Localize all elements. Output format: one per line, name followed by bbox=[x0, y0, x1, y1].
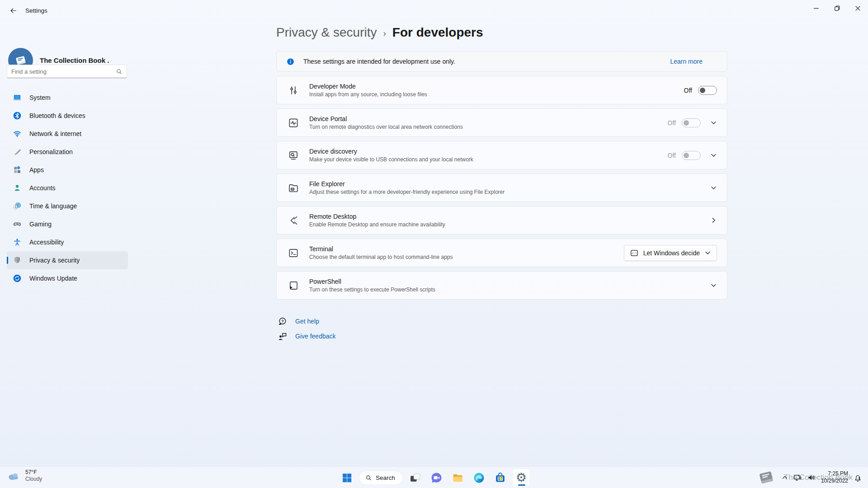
card-powershell[interactable]: PowerShellTurn on these settings to exec… bbox=[276, 271, 727, 300]
card-text: File ExplorerAdjust these settings for a… bbox=[309, 180, 710, 195]
restore-button[interactable] bbox=[826, 0, 847, 16]
sidebar-item-label: Bluetooth & devices bbox=[29, 112, 85, 119]
toggle-switch bbox=[682, 151, 701, 160]
card-device-discovery[interactable]: Device discoveryMake your device visible… bbox=[276, 141, 727, 169]
footer-link-give-feedback: Give feedback bbox=[277, 329, 336, 343]
card-text: PowerShellTurn on these settings to exec… bbox=[309, 278, 710, 293]
search-input[interactable] bbox=[11, 68, 116, 75]
page-title: For developers bbox=[392, 25, 483, 40]
edge-icon bbox=[473, 472, 485, 484]
sidebar-item-network-internet[interactable]: Network & internet bbox=[7, 125, 128, 143]
window-controls bbox=[806, 0, 868, 16]
chevron-right-icon[interactable] bbox=[710, 217, 717, 224]
back-button[interactable] bbox=[5, 4, 21, 17]
feedback-icon bbox=[277, 331, 288, 342]
laptop-icon bbox=[13, 93, 22, 102]
card-device-portal[interactable]: Device PortalTurn on remote diagnostics … bbox=[276, 108, 727, 137]
sidebar-item-system[interactable]: System bbox=[7, 89, 128, 107]
toggle-switch[interactable] bbox=[698, 86, 717, 95]
titlebar: Settings bbox=[0, 0, 868, 22]
info-icon bbox=[287, 58, 294, 66]
sidebar-item-label: Privacy & security bbox=[29, 257, 80, 264]
sidebar-item-personalization[interactable]: Personalization bbox=[7, 143, 128, 161]
card-terminal[interactable]: TerminalChoose the default terminal app … bbox=[276, 239, 727, 267]
weather-widget[interactable]: 57°F Cloudy bbox=[6, 469, 42, 482]
card-text: TerminalChoose the default terminal app … bbox=[309, 245, 624, 260]
svg-text:c:\: c:\ bbox=[632, 252, 637, 255]
card-controls: c:\Let Windows decide bbox=[624, 245, 717, 261]
clock-date: 10/29/2022 bbox=[821, 478, 848, 485]
chevron-down-icon[interactable] bbox=[710, 152, 717, 159]
card-title: File Explorer bbox=[309, 180, 710, 188]
chevron-down-icon[interactable] bbox=[710, 282, 717, 289]
tray-chevron-up-icon[interactable] bbox=[782, 474, 788, 481]
chevron-down-icon[interactable] bbox=[710, 184, 717, 191]
sidebar-item-apps[interactable]: Apps bbox=[7, 161, 128, 179]
footer-link-label[interactable]: Give feedback bbox=[295, 333, 336, 340]
store-button[interactable] bbox=[491, 469, 509, 487]
network-tray-icon[interactable] bbox=[793, 473, 802, 482]
footer-link-get-help: ?Get help bbox=[277, 314, 336, 328]
wifi-icon bbox=[13, 129, 22, 138]
sidebar-item-accounts[interactable]: Accounts bbox=[7, 179, 128, 197]
breadcrumb-parent[interactable]: Privacy & security bbox=[276, 25, 377, 40]
device-portal-icon bbox=[287, 117, 299, 129]
card-title: Device Portal bbox=[309, 115, 668, 122]
terminal-default-dropdown[interactable]: c:\Let Windows decide bbox=[624, 245, 717, 261]
search-icon bbox=[116, 68, 123, 75]
card-controls bbox=[710, 184, 717, 191]
terminal-mini-icon: c:\ bbox=[630, 249, 639, 258]
learn-more-link[interactable]: Learn more bbox=[670, 58, 703, 65]
toggle-knob bbox=[684, 120, 689, 126]
account-name: The Collection Book . bbox=[40, 56, 109, 64]
card-description: Choose the default terminal app to host … bbox=[309, 254, 624, 260]
sidebar-item-label: Apps bbox=[29, 166, 44, 174]
toggle-knob bbox=[700, 88, 705, 93]
close-button[interactable] bbox=[847, 0, 868, 16]
taskbar-tray: 7:25 PM 10/29/2022 bbox=[756, 467, 863, 488]
edge-button[interactable] bbox=[470, 469, 488, 487]
chevron-down-icon[interactable] bbox=[710, 119, 717, 126]
taskbar-search[interactable]: Search bbox=[359, 471, 403, 485]
help-bubble-icon: ? bbox=[277, 316, 288, 327]
sidebar-item-accessibility[interactable]: Accessibility bbox=[7, 233, 128, 251]
minimize-button[interactable] bbox=[806, 0, 826, 16]
sidebar-item-gaming[interactable]: Gaming bbox=[7, 215, 128, 233]
card-description: Adjust these settings for a more develop… bbox=[309, 189, 710, 195]
toggle-knob bbox=[684, 153, 689, 158]
weather-condition: Cloudy bbox=[25, 476, 42, 482]
sidebar-item-bluetooth-devices[interactable]: Bluetooth & devices bbox=[7, 107, 128, 125]
taskbar-center: Search ⚙ bbox=[338, 467, 530, 488]
volume-tray-icon[interactable] bbox=[807, 473, 816, 482]
sidebar-item-time-language[interactable]: Time & language bbox=[7, 197, 128, 215]
gamepad-icon bbox=[13, 220, 22, 229]
terminal-icon bbox=[287, 247, 299, 259]
footer-link-label[interactable]: Get help bbox=[295, 318, 319, 325]
chat-button[interactable] bbox=[427, 469, 445, 487]
sidebar-item-windows-update[interactable]: Windows Update bbox=[7, 269, 128, 287]
card-developer-mode[interactable]: Developer ModeInstall apps from any sour… bbox=[276, 76, 727, 104]
toggle-state-label: Off bbox=[684, 87, 692, 94]
card-controls bbox=[710, 217, 717, 224]
banner-text: These settings are intended for developm… bbox=[303, 58, 455, 65]
search-box[interactable] bbox=[7, 65, 127, 78]
chat-camera-icon bbox=[430, 472, 443, 484]
folder-icon bbox=[452, 472, 464, 484]
card-remote-desktop[interactable]: Remote DesktopEnable Remote Desktop and … bbox=[276, 206, 727, 235]
file-explorer-button[interactable] bbox=[448, 469, 467, 487]
card-description: Turn on remote diagnostics over local ar… bbox=[309, 124, 668, 130]
task-view-button[interactable] bbox=[406, 469, 424, 487]
notification-bell-icon[interactable] bbox=[853, 473, 863, 483]
sidebar-item-label: Personalization bbox=[29, 148, 73, 155]
card-file-explorer[interactable]: File ExplorerAdjust these settings for a… bbox=[276, 174, 727, 202]
start-button[interactable] bbox=[338, 469, 356, 487]
sidebar-item-privacy-security[interactable]: Privacy & security bbox=[7, 251, 128, 269]
card-text: Device PortalTurn on remote diagnostics … bbox=[309, 115, 668, 130]
sidebar-item-label: Gaming bbox=[29, 221, 52, 228]
globe-clock-icon bbox=[13, 202, 22, 211]
clock[interactable]: 7:25 PM 10/29/2022 bbox=[821, 470, 848, 484]
settings-button[interactable]: ⚙ bbox=[512, 469, 530, 487]
footer-links: ?Get helpGive feedback bbox=[277, 314, 336, 343]
card-title: PowerShell bbox=[309, 278, 710, 285]
card-description: Make your device visible to USB connecti… bbox=[309, 156, 668, 163]
